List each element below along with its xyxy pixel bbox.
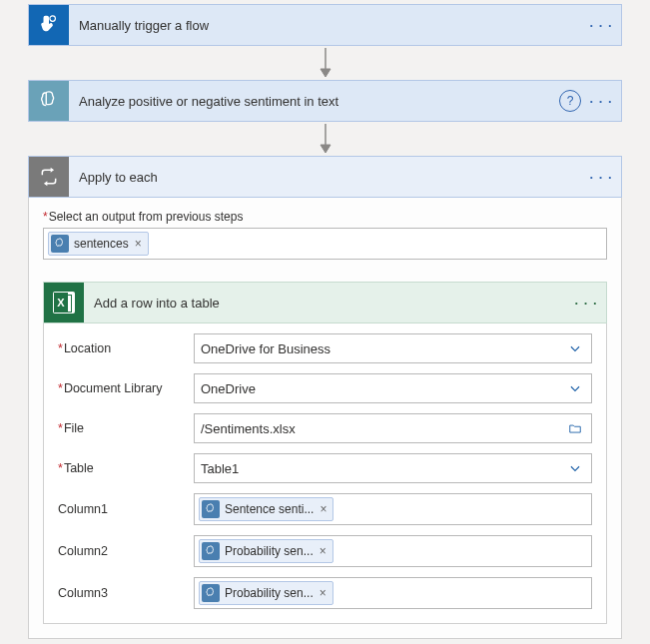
- svg-marker-4: [321, 145, 330, 153]
- step2-menu-button[interactable]: · · ·: [589, 94, 613, 109]
- ai-token-icon: [202, 584, 220, 602]
- step-title: Analyze positive or negative sentiment i…: [69, 94, 559, 109]
- step-add-row-into-table[interactable]: X Add a row into a table · · ·: [43, 282, 607, 323]
- step-title: Apply to each: [69, 170, 589, 185]
- column2-field[interactable]: Probability sen... ×: [194, 535, 592, 567]
- step-apply-to-each[interactable]: Apply to each · · ·: [28, 156, 622, 198]
- chevron-down-icon[interactable]: [565, 341, 585, 355]
- chevron-down-icon[interactable]: [565, 461, 585, 475]
- row-column1: Column1 Sentence senti... ×: [58, 493, 592, 525]
- token-probability-1[interactable]: Probability sen... ×: [199, 539, 333, 563]
- ai-token-icon: [202, 500, 220, 518]
- library-select[interactable]: OneDrive: [194, 373, 592, 403]
- svg-point-0: [50, 16, 55, 22]
- label: *File: [58, 421, 194, 435]
- folder-picker-icon[interactable]: [565, 421, 585, 435]
- label: *Document Library: [58, 381, 194, 395]
- token-label: Probability sen...: [225, 586, 314, 600]
- label: Column3: [58, 586, 194, 600]
- token-remove[interactable]: ×: [135, 237, 142, 251]
- token-remove[interactable]: ×: [320, 586, 326, 600]
- svg-marker-2: [321, 69, 330, 77]
- row-column2: Column2 Probability sen... ×: [58, 535, 592, 567]
- row-column3: Column3 Probability sen... ×: [58, 577, 592, 609]
- token-sentences[interactable]: sentences ×: [48, 232, 149, 256]
- label: Column1: [58, 502, 194, 516]
- output-token-field[interactable]: sentences ×: [43, 228, 607, 260]
- help-icon[interactable]: ?: [559, 90, 581, 112]
- token-label: Probability sen...: [225, 544, 314, 558]
- label: Column2: [58, 544, 194, 558]
- apply-to-each-body: *Select an output from previous steps se…: [28, 198, 622, 639]
- row-location: *Location OneDrive for Business: [58, 333, 592, 363]
- excel-icon: X: [44, 283, 84, 322]
- step-title: Add a row into a table: [84, 296, 574, 311]
- column1-field[interactable]: Sentence senti... ×: [194, 493, 592, 525]
- token-remove[interactable]: ×: [320, 544, 326, 558]
- column3-field[interactable]: Probability sen... ×: [194, 577, 592, 609]
- row-file: *File /Sentiments.xlsx: [58, 413, 592, 443]
- step-title: Manually trigger a flow: [69, 18, 589, 33]
- connector-arrow-1: [28, 46, 622, 80]
- applyeach-menu-button[interactable]: · · ·: [589, 170, 613, 185]
- excel-menu-button[interactable]: · · ·: [574, 296, 598, 311]
- token-label: sentences: [74, 237, 129, 251]
- token-label: Sentence senti...: [225, 502, 314, 516]
- step-analyze-sentiment[interactable]: Analyze positive or negative sentiment i…: [28, 80, 622, 122]
- label: *Table: [58, 461, 194, 475]
- location-select[interactable]: OneDrive for Business: [194, 333, 592, 363]
- connector-arrow-2: [28, 122, 622, 156]
- table-select[interactable]: Table1: [194, 453, 592, 483]
- excel-action-body: *Location OneDrive for Business *Documen…: [43, 323, 607, 624]
- label: *Location: [58, 341, 194, 355]
- ai-token-icon: [51, 235, 69, 253]
- tap-icon: [29, 5, 69, 45]
- row-table: *Table Table1: [58, 453, 592, 483]
- token-sentence-sentiment[interactable]: Sentence senti... ×: [199, 497, 333, 521]
- chevron-down-icon[interactable]: [565, 381, 585, 395]
- brain-icon: [29, 81, 69, 121]
- ai-token-icon: [202, 542, 220, 560]
- loop-icon: [29, 157, 69, 197]
- file-input[interactable]: /Sentiments.xlsx: [194, 413, 592, 443]
- token-remove[interactable]: ×: [320, 502, 326, 516]
- output-hint: *Select an output from previous steps: [43, 210, 607, 224]
- step-manual-trigger[interactable]: Manually trigger a flow · · ·: [28, 4, 622, 46]
- token-probability-2[interactable]: Probability sen... ×: [199, 581, 333, 605]
- row-document-library: *Document Library OneDrive: [58, 373, 592, 403]
- step1-menu-button[interactable]: · · ·: [589, 18, 613, 33]
